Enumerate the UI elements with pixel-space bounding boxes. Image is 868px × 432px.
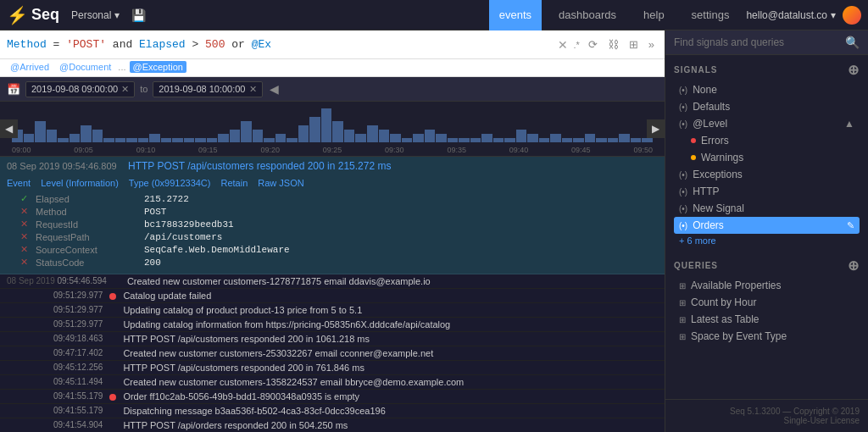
chart-bar[interactable] (309, 117, 320, 142)
chart-bar[interactable] (642, 138, 653, 142)
chart-bar[interactable] (35, 121, 46, 142)
query-space-by-event-type[interactable]: ⊞ Space by Event Type (674, 328, 860, 345)
chart-bar[interactable] (58, 138, 69, 142)
chart-bar[interactable] (149, 134, 160, 142)
query-regex-button[interactable]: .* (573, 40, 579, 50)
chart-bar[interactable] (81, 125, 92, 142)
signal-defaults[interactable]: (•) Defaults (674, 98, 860, 115)
signal-none[interactable]: (•) None (674, 81, 860, 98)
chart-bar[interactable] (379, 130, 390, 142)
chart-bar[interactable] (573, 138, 584, 142)
chart-bar[interactable] (138, 138, 149, 142)
chart-bar[interactable] (355, 134, 366, 142)
chart-bar[interactable] (608, 138, 619, 142)
query-clear-button[interactable]: ✕ (558, 38, 568, 52)
chart-bar[interactable] (253, 130, 264, 142)
chart-bar[interactable] (126, 138, 137, 142)
chart-bar[interactable] (287, 138, 298, 142)
chart-bar[interactable] (70, 134, 81, 142)
chart-bar[interactable] (527, 134, 538, 142)
chart-bar[interactable] (459, 138, 470, 142)
event-meta-level[interactable]: Level (Information) (41, 178, 119, 188)
add-signal-button[interactable]: ⊕ (848, 62, 860, 78)
chart-bar[interactable] (207, 138, 218, 142)
nav-events[interactable]: events (489, 0, 542, 30)
time-from-clear[interactable]: ✕ (121, 84, 129, 95)
signal-errors[interactable]: Errors (674, 132, 860, 149)
chart-bar[interactable] (539, 138, 550, 142)
chart-bar[interactable] (218, 134, 229, 142)
signal-level[interactable]: (•) @Level ▲ (674, 115, 860, 132)
tag-document[interactable]: @Document (56, 61, 114, 73)
chart-bar[interactable] (275, 134, 287, 142)
event-meta-retain[interactable]: Retain (220, 178, 248, 188)
chart-bar[interactable] (47, 130, 58, 142)
chart-bar[interactable] (321, 108, 332, 142)
event-row[interactable]: 08 Sep 2019 09:54:46.594Created new cust… (0, 274, 665, 289)
calendar-icon[interactable]: 📅 (7, 83, 20, 96)
chart-bar[interactable] (103, 138, 114, 142)
query-latest-as-table[interactable]: ⊞ Latest as Table (674, 311, 860, 328)
chart-bar[interactable] (332, 121, 343, 142)
event-row[interactable]: 09:41:55.179Order ff10c2ab-5056-49b9-bdd… (0, 390, 665, 404)
chart-bar[interactable] (481, 134, 492, 142)
event-row[interactable]: 09:51:29.977Catalog update failed (0, 289, 665, 303)
event-meta-raw-json[interactable]: Raw JSON (258, 178, 303, 188)
chart-bar[interactable] (562, 138, 573, 142)
query-count-by-hour[interactable]: ⊞ Count by Hour (674, 294, 860, 311)
chart-next-button[interactable]: ▶ (647, 119, 665, 138)
event-row[interactable]: 09:45:12.256HTTP POST /api/customers res… (0, 361, 665, 375)
chart-bar[interactable] (172, 138, 183, 142)
chart-prev-button[interactable]: ◀ (0, 119, 18, 138)
chart-bar[interactable] (241, 121, 252, 142)
chart-bar[interactable] (298, 125, 309, 142)
event-meta-type[interactable]: Type (0x9912334C) (129, 178, 211, 188)
chart-bar[interactable] (115, 138, 126, 142)
show-more-signals[interactable]: + 6 more (674, 234, 860, 247)
chart-bar[interactable] (344, 130, 355, 142)
chart-bar[interactable] (184, 138, 195, 142)
chart-bar[interactable] (550, 134, 561, 142)
query-available-properties[interactable]: ⊞ Available Properties (674, 277, 860, 294)
chart-bar[interactable] (92, 130, 103, 142)
edit-signal-icon[interactable]: ✎ (847, 220, 854, 231)
event-row[interactable]: 09:41:55.179Dispatching message b3aa536f… (0, 404, 665, 418)
chart-bar[interactable] (390, 134, 401, 142)
signal-http[interactable]: (•) HTTP (674, 183, 860, 200)
chart-bar[interactable] (504, 138, 515, 142)
nav-dashboards[interactable]: dashboards (548, 0, 626, 30)
chart-bar[interactable] (413, 134, 424, 142)
refresh-button[interactable]: ⟳ (585, 36, 601, 53)
event-meta-event[interactable]: Event (7, 178, 31, 188)
chart-bar[interactable] (195, 138, 206, 142)
signal-warnings[interactable]: Warnings (674, 149, 860, 166)
chart-bar[interactable] (631, 138, 642, 142)
tag-more[interactable]: ... (118, 62, 125, 72)
chart-bar[interactable] (264, 138, 275, 142)
chart-bar[interactable] (493, 138, 504, 142)
tag-arrived[interactable]: @Arrived (7, 61, 53, 73)
time-to[interactable]: 2019-09-08 10:00:00 ✕ (153, 81, 262, 97)
chart-bar[interactable] (516, 130, 527, 142)
chart-bar[interactable] (619, 134, 630, 142)
columns-button[interactable]: ⊞ (626, 36, 642, 53)
event-row[interactable]: 09:51:29.977Updating catalog information… (0, 318, 665, 332)
chart-bar[interactable] (402, 138, 413, 142)
add-query-button[interactable]: ⊕ (848, 258, 860, 274)
event-row[interactable]: 09:47:17.402Created new customer custome… (0, 346, 665, 361)
more-button[interactable]: » (645, 36, 658, 53)
save-icon[interactable]: 💾 (131, 8, 146, 22)
chart-bar[interactable] (436, 134, 447, 142)
personal-dropdown[interactable]: Personal ▾ (66, 8, 125, 23)
chart-bar[interactable] (585, 134, 596, 142)
signal-orders[interactable]: (•) Orders ✎ (674, 217, 860, 234)
chart-bar[interactable] (596, 138, 607, 142)
event-row[interactable]: 09:45:11.494Created new customer custome… (0, 375, 665, 390)
link-button[interactable]: ⛓ (604, 36, 622, 53)
nav-settings[interactable]: settings (682, 0, 740, 30)
nav-help[interactable]: help (633, 0, 675, 30)
chart-bar[interactable] (230, 130, 241, 142)
signal-new-signal[interactable]: (•) New Signal (674, 200, 860, 217)
chart-bar[interactable] (24, 134, 35, 142)
time-back-button[interactable]: ◀ (268, 80, 281, 97)
